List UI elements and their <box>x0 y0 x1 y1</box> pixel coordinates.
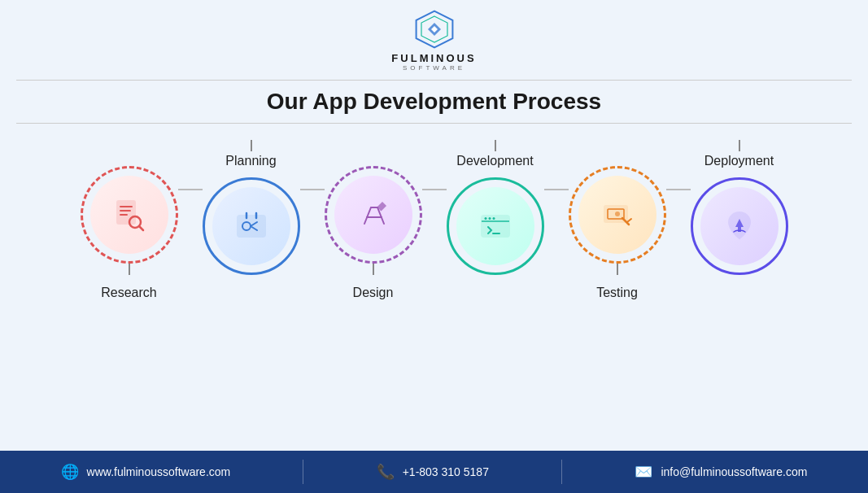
connector-5 <box>666 189 691 190</box>
main-content: FULMINOUS SOFTWARE Our App Development P… <box>0 0 868 451</box>
svg-point-15 <box>484 217 486 220</box>
footer-website: 🌐 www.fulminoussoftware.com <box>61 463 231 481</box>
research-icon <box>111 196 148 233</box>
connector-4 <box>544 189 569 190</box>
circle-deployment <box>691 177 788 275</box>
circle-design <box>325 166 422 264</box>
logo-icon <box>415 10 454 49</box>
process-item-testing: Testing <box>569 140 666 303</box>
footer: 🌐 www.fulminoussoftware.com 📞 +1-803 310… <box>0 451 868 493</box>
phone-icon: 📞 <box>377 463 395 481</box>
label-development: Development <box>456 151 533 171</box>
footer-phone: 📞 +1-803 310 5187 <box>377 463 489 481</box>
logo-sub: SOFTWARE <box>403 64 465 72</box>
label-design: Design <box>353 283 394 303</box>
label-planning: Planning <box>225 151 276 171</box>
page-title: Our App Development Process <box>16 89 852 115</box>
logo-name: FULMINOUS <box>391 52 476 64</box>
email-icon: ✉️ <box>635 463 652 481</box>
svg-point-17 <box>492 217 495 220</box>
process-item-design: Design <box>325 140 422 303</box>
connector-3 <box>422 189 447 190</box>
connector-2 <box>300 189 325 190</box>
footer-phone-text: +1-803 310 5187 <box>403 465 489 478</box>
footer-email: ✉️ info@fulminoussoftware.com <box>635 463 807 481</box>
circle-development <box>447 177 544 275</box>
circle-research <box>81 166 178 264</box>
svg-rect-2 <box>117 201 135 224</box>
circle-testing <box>569 166 666 264</box>
footer-divider-2 <box>561 460 562 484</box>
svg-line-7 <box>139 226 143 230</box>
logo-area: FULMINOUS SOFTWARE <box>391 10 476 72</box>
testing-icon <box>599 196 636 233</box>
circle-planning <box>203 177 300 275</box>
design-icon <box>355 196 392 233</box>
label-deployment: Deployment <box>704 151 774 171</box>
process-item-development: Development <box>447 140 544 303</box>
footer-email-text: info@fulminoussoftware.com <box>661 465 807 478</box>
svg-point-21 <box>615 212 620 216</box>
planning-icon <box>233 207 270 245</box>
footer-website-text: www.fulminoussoftware.com <box>87 465 231 478</box>
svg-point-16 <box>488 217 491 220</box>
label-testing: Testing <box>596 283 638 303</box>
globe-icon: 🌐 <box>61 463 79 481</box>
process-item-deployment: Deployment <box>691 140 788 303</box>
process-area: Research Planning <box>16 140 852 303</box>
process-item-research: Research <box>81 140 178 303</box>
deployment-icon <box>721 207 758 245</box>
connector-1 <box>178 189 203 190</box>
label-research: Research <box>101 283 156 303</box>
development-icon <box>477 207 514 245</box>
process-item-planning: Planning <box>203 140 300 303</box>
title-section: Our App Development Process <box>16 80 852 124</box>
footer-divider-1 <box>303 460 303 484</box>
